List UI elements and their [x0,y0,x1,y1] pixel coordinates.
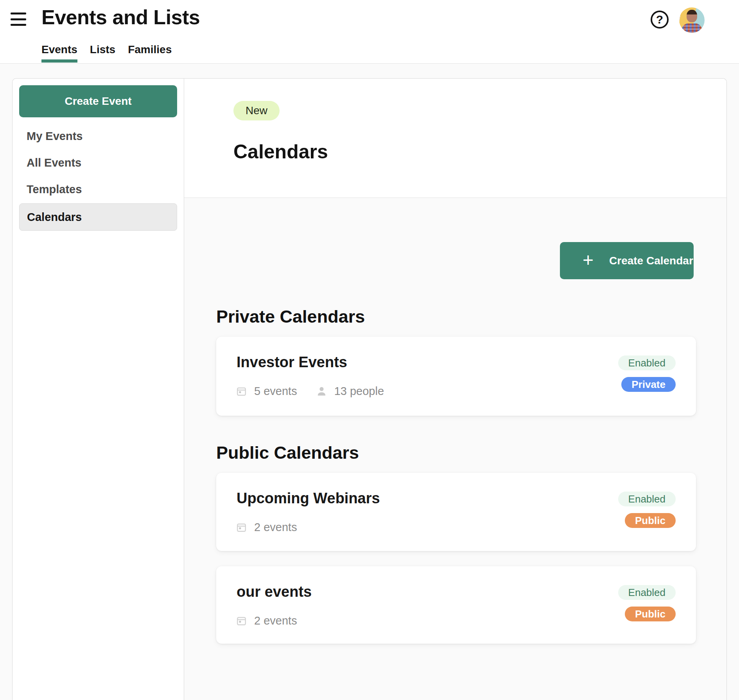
top-header: Events and Lists Events Lists Families ? [0,0,739,64]
menu-bar [11,18,26,20]
visibility-badge: Public [625,513,676,528]
section-heading-private: Private Calendars [216,307,365,327]
sidebar-item-templates[interactable]: Templates [13,176,184,203]
tab-lists[interactable]: Lists [90,36,115,63]
sidebar-nav: My Events All Events Templates Calendars [13,123,184,231]
menu-icon[interactable] [11,12,26,27]
status-badge: Enabled [618,492,676,506]
question-mark-glyph: ? [656,13,663,26]
avatar-head-art [687,10,697,22]
tab-events[interactable]: Events [41,36,77,63]
create-event-button[interactable]: Create Event [19,85,177,117]
card-title: our events [237,583,312,600]
calendar-icon [236,615,247,626]
new-badge: New [233,101,280,120]
calendar-icon [236,522,247,533]
card-title: Investor Events [237,354,347,371]
people-count: 13 people [316,385,384,398]
visibility-badge: Public [625,607,676,621]
calendar-icon [236,386,247,397]
calendar-card-upcoming-webinars[interactable]: Upcoming Webinars 2 events Enabled Publi… [216,473,696,551]
calendar-card-investor-events[interactable]: Investor Events 5 events 13 people Enabl… [216,337,696,416]
card-title: Upcoming Webinars [237,490,380,507]
status-badge: Enabled [618,585,676,600]
create-calendar-label: Create Calendar [609,255,693,267]
page-header: New Calendars [184,79,726,198]
card-meta: 5 events 13 people [236,384,384,398]
sidebar-item-calendars[interactable]: Calendars [19,203,177,231]
tab-families[interactable]: Families [128,36,172,63]
events-count: 2 events [236,521,297,534]
app-title: Events and Lists [41,5,200,29]
calendar-card-our-events[interactable]: our events 2 events Enabled Public [216,566,696,644]
user-avatar[interactable] [679,7,705,33]
page-title: Calendars [233,140,328,163]
person-icon [316,386,327,397]
app: { "header": { "title": "Events and Lists… [0,0,739,700]
card-meta: 2 events [236,614,297,627]
menu-bar [11,13,26,14]
events-count: 2 events [236,614,297,627]
section-heading-public: Public Calendars [216,443,359,463]
main-panel: New Calendars + Create Calendar Private … [184,78,727,700]
help-icon[interactable]: ? [651,11,669,29]
sidebar-item-all-events[interactable]: All Events [13,149,184,176]
visibility-badge: Private [621,377,676,392]
status-badge: Enabled [618,355,676,370]
events-count: 5 events [236,385,297,398]
menu-bar [11,24,26,26]
tab-bar: Events Lists Families [41,36,172,63]
sidebar: Create Event My Events All Events Templa… [12,78,184,700]
card-meta: 2 events [236,521,297,534]
create-calendar-button[interactable]: + Create Calendar [560,242,694,279]
sidebar-item-my-events[interactable]: My Events [13,123,184,149]
avatar-shirt-art [682,23,702,33]
